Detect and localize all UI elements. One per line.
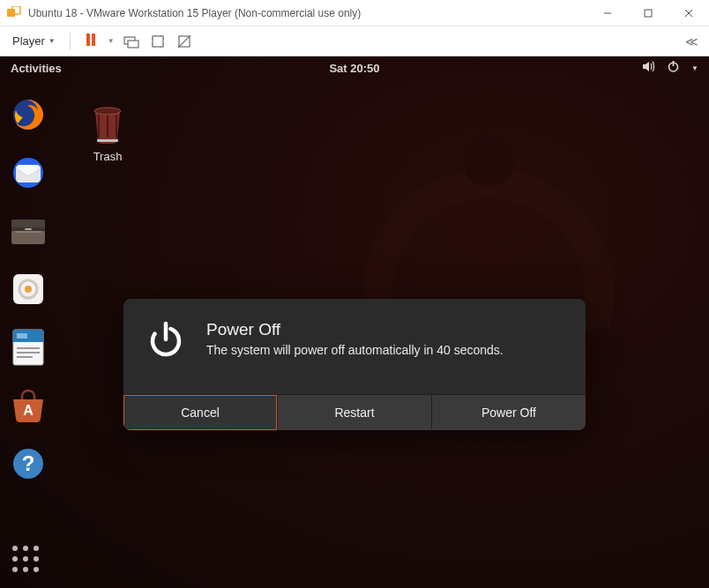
- vmware-icon: [7, 6, 21, 20]
- send-ctrl-alt-del-button[interactable]: [122, 32, 141, 51]
- dock-item-firefox[interactable]: [9, 95, 48, 134]
- activities-button[interactable]: Activities: [11, 62, 62, 75]
- dock: A ?: [0, 79, 56, 588]
- volume-icon: [642, 61, 655, 75]
- svg-rect-20: [11, 220, 45, 228]
- svg-rect-32: [17, 356, 33, 358]
- dialog-title: Power Off: [206, 320, 504, 339]
- collapse-toolbar-button[interactable]: ≪: [681, 32, 700, 51]
- svg-rect-38: [97, 139, 118, 142]
- power-off-button[interactable]: Power Off: [432, 395, 586, 430]
- dock-item-rhythmbox[interactable]: [9, 270, 48, 309]
- svg-text:?: ?: [22, 451, 35, 475]
- dock-item-libreoffice-writer[interactable]: [9, 328, 48, 367]
- dock-item-thunderbird[interactable]: [9, 153, 48, 192]
- dialog-actions: Cancel Restart Power Off: [123, 394, 586, 430]
- svg-point-26: [25, 286, 32, 293]
- svg-rect-30: [17, 347, 40, 349]
- minimize-button[interactable]: [587, 0, 628, 26]
- svg-rect-23: [25, 228, 32, 230]
- dock-item-software[interactable]: A: [9, 386, 48, 425]
- player-menu-label: Player: [12, 34, 45, 48]
- gnome-top-bar: Activities Sat 20:50 ▼: [0, 56, 709, 79]
- svg-rect-31: [17, 352, 40, 354]
- restart-button[interactable]: Restart: [278, 395, 432, 430]
- maximize-button[interactable]: [628, 0, 668, 26]
- window-controls: [587, 0, 709, 26]
- svg-rect-8: [153, 36, 163, 47]
- power-icon: [668, 61, 679, 75]
- host-window-titlebar: Ubuntu 18 - VMware Workstation 15 Player…: [0, 0, 709, 26]
- chevron-down-icon: ▼: [691, 64, 698, 72]
- svg-rect-7: [128, 41, 138, 48]
- desktop-icon-trash[interactable]: Trash: [88, 100, 127, 163]
- svg-rect-3: [645, 10, 652, 17]
- close-button[interactable]: [668, 0, 709, 26]
- dialog-message: The system will power off automatically …: [206, 343, 504, 357]
- unity-mode-button[interactable]: [148, 32, 168, 51]
- host-window-title: Ubuntu 18 - VMware Workstation 15 Player…: [28, 7, 587, 19]
- pause-vm-button[interactable]: [81, 32, 101, 51]
- svg-text:A: A: [23, 403, 34, 418]
- svg-rect-0: [7, 9, 15, 17]
- trash-icon: [88, 100, 127, 145]
- clock[interactable]: Sat 20:50: [329, 62, 379, 75]
- svg-line-10: [178, 35, 190, 48]
- player-menu[interactable]: Player ▼: [9, 33, 59, 49]
- svg-rect-29: [17, 333, 27, 339]
- cancel-button[interactable]: Cancel: [123, 395, 278, 430]
- dock-item-help[interactable]: ?: [9, 444, 48, 483]
- dock-item-files[interactable]: [9, 212, 48, 250]
- fullscreen-button[interactable]: [175, 32, 194, 51]
- vmware-toolbar: Player ▼ ▼ ≪: [0, 26, 709, 56]
- system-status-area[interactable]: ▼: [642, 61, 698, 75]
- trash-label: Trash: [88, 150, 127, 163]
- chevron-down-icon: ▼: [49, 37, 56, 45]
- guest-desktop: Activities Sat 20:50 ▼ A: [0, 56, 709, 588]
- power-off-dialog: Power Off The system will power off auto…: [123, 299, 586, 430]
- toolbar-divider: [70, 33, 71, 50]
- chevron-down-icon[interactable]: ▼: [108, 37, 115, 45]
- power-icon: [146, 320, 185, 359]
